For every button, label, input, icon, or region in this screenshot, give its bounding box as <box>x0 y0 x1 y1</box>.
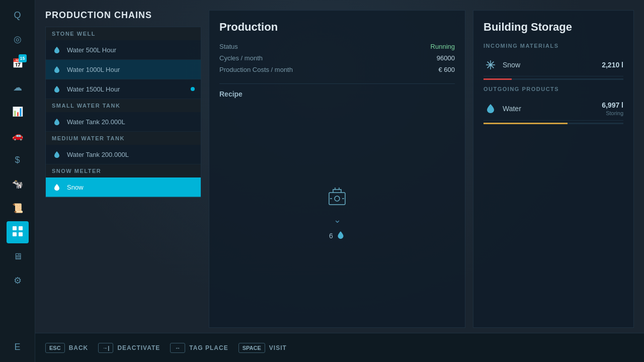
water-icon-3 <box>52 84 62 94</box>
middle-panel: Production Status Running Cycles / month… <box>209 10 465 328</box>
production-status-row: Status Running <box>219 43 455 50</box>
cow-icon: 🐄 <box>12 178 23 190</box>
water-drop-icon <box>336 230 345 241</box>
recipe-count: 6 <box>329 232 333 240</box>
deactivate-label: Deactivate <box>117 344 160 351</box>
chain-item-label: Water Tank 20.000L <box>67 118 125 126</box>
outgoing-item-data: 6,997 l Storing <box>602 101 623 116</box>
tag-label: Tag Place <box>189 344 228 351</box>
tank-icon-2 <box>52 149 62 159</box>
sidebar-icon-chart[interactable]: 📊 <box>7 101 29 123</box>
chain-item-water-1000[interactable]: Water 1000L Hour <box>46 60 201 79</box>
top-area: Production Chains Stone Well Water 500L … <box>35 0 644 333</box>
snow-storage-icon <box>484 58 498 72</box>
monitor-icon: 🖥 <box>13 251 22 262</box>
chain-list: Stone Well Water 500L Hour Water 1000L H… <box>45 27 201 198</box>
incoming-header: Incoming Materials <box>484 43 623 49</box>
deactivate-button[interactable]: →| Deactivate <box>98 343 160 353</box>
recipe-visual: ⌄ 6 <box>219 108 455 317</box>
steering-wheel-icon: ◎ <box>14 34 22 45</box>
snow-icon <box>52 182 62 192</box>
chain-item-label: Snow <box>67 184 84 191</box>
recipe-machine-icon <box>325 184 350 209</box>
visit-label: Visit <box>269 344 287 351</box>
costs-value: € 600 <box>438 66 455 73</box>
recipe-title: Recipe <box>219 90 455 98</box>
sidebar-icon-monitor[interactable]: 🖥 <box>7 245 29 267</box>
deactivate-key-badge: →| <box>98 343 113 353</box>
outgoing-item-status: Storing <box>606 110 623 116</box>
sidebar-icon-production[interactable] <box>7 221 29 243</box>
cloud-icon: ☁ <box>13 82 22 93</box>
svg-rect-3 <box>19 232 23 236</box>
chain-item-tank-20[interactable]: Water Tank 20.000L <box>46 112 201 132</box>
divider <box>219 83 455 84</box>
water-icon <box>52 45 62 55</box>
chain-dot-active <box>191 185 195 189</box>
svg-rect-1 <box>19 226 23 230</box>
visit-button[interactable]: SPACE Visit <box>238 343 287 353</box>
bar-chart-icon: 📊 <box>12 106 23 117</box>
right-panel: Building Storage Incoming Materials Snow… <box>473 10 634 328</box>
water-icon-2 <box>52 64 62 74</box>
chain-item-tank-200[interactable]: Water Tank 200.000L <box>46 145 201 164</box>
water-storage-icon <box>484 102 498 116</box>
space-key-badge: SPACE <box>238 343 265 353</box>
sidebar-icon-q[interactable]: Q <box>7 4 29 26</box>
book-icon: 📜 <box>12 203 23 214</box>
sidebar-icon-book[interactable]: 📜 <box>7 197 29 219</box>
group-small-water-tank: Small Water Tank <box>46 99 201 112</box>
incoming-item-data: 2,210 l <box>602 61 623 69</box>
sidebar-icon-dollar[interactable]: $ <box>7 149 29 171</box>
chain-item-label: Water 1000L Hour <box>67 66 120 73</box>
sidebar-icon-e[interactable]: E <box>7 336 29 358</box>
tag-place-button[interactable]: ↔ Tag Place <box>170 343 228 353</box>
chain-item-label: Water Tank 200.000L <box>67 151 129 158</box>
chain-item-water-1500[interactable]: Water 1500L Hour <box>46 79 201 99</box>
sidebar-icon-calendar[interactable]: 📅 15 <box>7 52 29 74</box>
chain-item-label: Water 1500L Hour <box>67 85 120 93</box>
back-button[interactable]: ESC Back <box>45 343 88 353</box>
group-medium-water-tank: Medium Water Tank <box>46 132 201 145</box>
chain-dot <box>191 87 195 91</box>
svg-point-5 <box>335 196 340 201</box>
outgoing-header: Outgoing Products <box>484 86 623 92</box>
incoming-item-name: Snow <box>503 61 602 69</box>
left-panel: Production Chains Stone Well Water 500L … <box>45 10 201 328</box>
production-chains-title: Production Chains <box>45 10 201 21</box>
recipe-output: 6 <box>329 230 345 241</box>
sidebar-icon-steering[interactable]: ◎ <box>7 28 29 50</box>
production-chains-icon <box>12 226 23 239</box>
svg-rect-2 <box>13 232 17 236</box>
production-title: Production <box>219 21 455 34</box>
storage-outgoing-water: Water 6,997 l Storing <box>484 97 623 121</box>
tractor-icon: 🚗 <box>12 130 23 141</box>
group-snow-melter: Snow Melter <box>46 164 201 177</box>
cycles-value: 96000 <box>437 54 455 62</box>
svg-point-6 <box>490 64 492 66</box>
chain-item-water-500[interactable]: Water 500L Hour <box>46 40 201 60</box>
back-label: Back <box>69 344 89 351</box>
storage-incoming-snow: Snow 2,210 l <box>484 54 623 76</box>
cycles-label: Cycles / month <box>219 54 263 62</box>
status-label: Status <box>219 43 238 50</box>
svg-rect-0 <box>13 226 17 230</box>
tag-key-badge: ↔ <box>170 343 185 353</box>
chain-item-snow[interactable]: Snow <box>46 177 201 197</box>
q-icon: Q <box>14 10 21 21</box>
chain-item-label: Water 500L Hour <box>67 46 116 54</box>
status-value: Running <box>431 43 455 50</box>
sidebar-icon-gear[interactable]: ⚙ <box>7 269 29 292</box>
sidebar: Q ◎ 📅 15 ☁ 📊 🚗 $ 🐄 📜 🖥 ⚙ <box>0 0 35 362</box>
sidebar-icon-cloud[interactable]: ☁ <box>7 76 29 99</box>
dollar-icon: $ <box>15 155 20 165</box>
sidebar-icon-cow[interactable]: 🐄 <box>7 173 29 195</box>
e-icon: E <box>14 342 20 352</box>
bottom-bar: ESC Back →| Deactivate ↔ Tag Place SPACE… <box>35 333 644 362</box>
sidebar-icon-tractor[interactable]: 🚗 <box>7 125 29 147</box>
group-stone-well: Stone Well <box>46 27 201 40</box>
gear-icon: ⚙ <box>14 275 22 286</box>
costs-label: Production Costs / month <box>219 66 293 73</box>
tank-icon <box>52 117 62 127</box>
main-content: Production Chains Stone Well Water 500L … <box>35 0 644 362</box>
